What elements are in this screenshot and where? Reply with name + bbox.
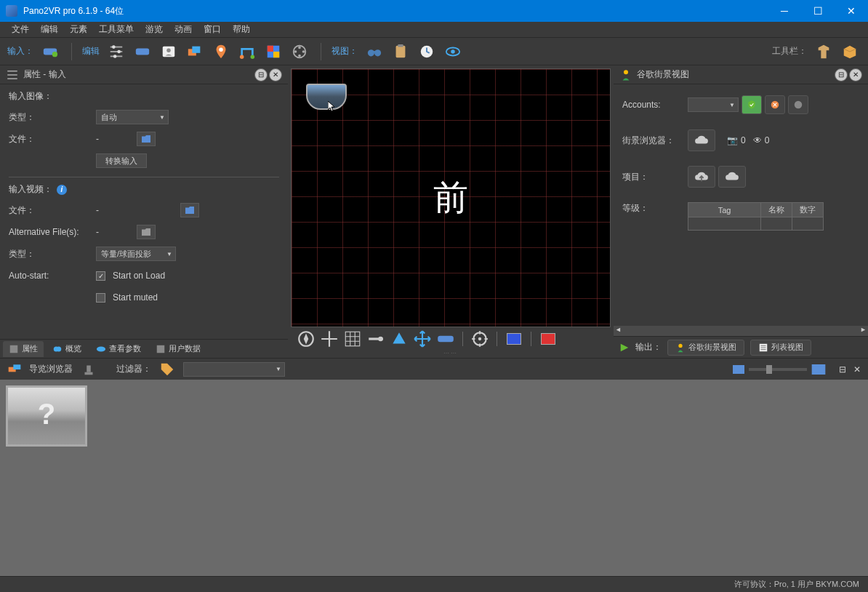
output-google-streetview-button[interactable]: 谷歌街景视图 [667,340,744,356]
browser-detach-button[interactable]: ⊟ [839,364,846,375]
panel-detach-button[interactable]: ⊟ [254,68,268,81]
tab-view-params[interactable]: 查看参数 [90,341,147,357]
menu-tour[interactable]: 游览 [140,22,169,37]
convert-input-button[interactable]: 转换输入 [96,153,147,168]
cloud-upload-button[interactable] [688,166,715,188]
accounts-dropdown[interactable] [688,97,739,112]
tab-properties[interactable]: 属性 [3,341,44,357]
bg-color-blue[interactable] [505,329,523,348]
panorama-tool-icon[interactable] [132,41,153,63]
close-button[interactable]: ✕ [835,0,868,22]
minimize-button[interactable]: ─ [768,0,801,22]
compass-icon[interactable] [297,329,316,348]
eye-refresh-icon[interactable] [442,41,464,63]
svg-point-10 [166,48,171,52]
crosshair-icon[interactable] [320,329,339,348]
google-maps-icon[interactable] [262,41,284,63]
output-arrow-icon [619,343,630,353]
svg-rect-39 [157,345,165,353]
tab-overview[interactable]: 概览 [47,341,87,357]
viewport[interactable]: 前 [291,68,611,327]
svg-rect-8 [136,48,149,55]
video-type-dropdown[interactable]: 等量/球面投影 [96,247,176,261]
info-icon[interactable]: i [57,185,67,195]
panel-close-button[interactable]: ✕ [849,68,862,81]
clock-icon[interactable] [416,41,438,63]
start-on-load-checkbox[interactable] [96,271,105,281]
view-cone-icon[interactable] [390,329,409,348]
level-table[interactable]: Tag名称数字 [688,202,824,231]
svg-point-45 [478,337,481,340]
stamp-icon[interactable] [80,361,97,378]
sliders-icon[interactable] [105,41,127,63]
alt-files-label: Alternative File(s): [9,227,96,237]
account-globe-button[interactable] [788,95,808,114]
menu-edit[interactable]: 编辑 [35,22,64,37]
tour-browser-area[interactable] [0,380,868,576]
maximize-button[interactable]: ☐ [801,0,835,22]
menu-help[interactable]: 帮助 [227,22,256,37]
pin-icon[interactable] [210,41,232,63]
alt-files-browse-button[interactable] [137,225,156,239]
binoculars-icon[interactable] [363,41,385,63]
person-card-icon[interactable] [158,41,180,63]
clipboard-icon[interactable] [390,41,411,63]
cloud-sync-button[interactable] [688,129,715,151]
svg-point-6 [117,49,121,53]
svg-point-23 [294,50,297,53]
svg-rect-52 [13,364,20,369]
images-icon[interactable] [184,41,206,63]
file-browse-button[interactable] [137,132,156,146]
folder-icon [185,207,194,214]
svg-rect-26 [372,51,377,53]
tag-icon[interactable] [158,361,176,378]
folder-icon [142,228,150,236]
menu-file[interactable]: 文件 [6,22,35,37]
panel-detach-button[interactable]: ⊟ [835,68,848,81]
route-icon[interactable] [236,41,258,63]
input-panorama-icon[interactable] [39,41,61,63]
svg-rect-32 [7,71,17,72]
panel-close-button[interactable]: ✕ [269,68,282,81]
skin-icon[interactable] [813,41,835,63]
account-verify-button[interactable] [742,95,762,114]
account-remove-button[interactable] [765,95,785,114]
filter-dropdown[interactable] [183,362,285,377]
eye-count: 0 [765,135,770,145]
menu-window[interactable]: 窗口 [198,22,227,37]
panorama-thumbnail[interactable] [6,385,87,447]
thumb-large-icon [811,364,826,375]
type-dropdown[interactable]: 自动 [96,110,169,124]
google-streetview-icon [619,68,632,81]
menu-elements[interactable]: 元素 [64,22,93,37]
viewport-toolbar [291,327,611,351]
menu-tools[interactable]: 工具菜单 [93,22,140,37]
package-icon[interactable] [839,41,861,63]
properties-panel-header: 属性 - 输入 ⊟ ✕ [0,65,288,84]
panorama-small-icon[interactable] [436,329,455,348]
move-icon[interactable] [413,329,432,348]
target-icon[interactable] [470,329,489,348]
properties-panel-body: 输入图像： 类型： 自动 文件： - 转换输入 输入视频： i [0,84,288,339]
folder-icon [142,135,150,143]
grid-icon[interactable] [343,329,362,348]
svg-point-13 [219,47,223,52]
browser-close-button[interactable]: ✕ [853,364,861,375]
film-reel-icon[interactable] [289,41,310,63]
cloud-download-button[interactable] [718,166,746,188]
bg-color-red[interactable] [539,329,558,348]
svg-rect-33 [7,74,17,76]
start-muted-checkbox[interactable] [96,293,105,303]
output-list-view-button[interactable]: 列表视图 [750,340,811,356]
tab-user-data[interactable]: 用户数据 [150,341,206,357]
horizontal-scrollbar[interactable] [614,326,868,336]
start-muted-label: Start muted [113,292,158,303]
menu-animation[interactable]: 动画 [169,22,198,37]
video-file-browse-button[interactable] [180,203,199,217]
thumbnail-size-slider[interactable] [749,368,807,371]
level-icon[interactable] [366,329,385,348]
horizontal-splitter[interactable] [291,351,611,355]
svg-point-42 [378,337,383,342]
panorama-thumb-icon[interactable] [306,84,347,110]
svg-rect-56 [812,364,826,375]
